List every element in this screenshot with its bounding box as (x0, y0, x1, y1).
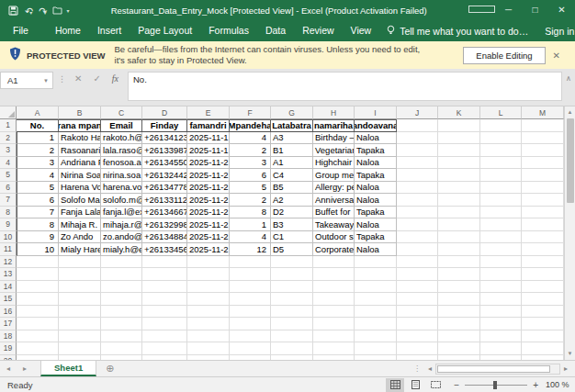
cell-G4[interactable]: A1 (271, 157, 313, 170)
cell-H1[interactable]: namariha (313, 119, 355, 132)
select-all-corner[interactable] (0, 106, 17, 119)
cell-I6[interactable]: Naloa (355, 182, 397, 195)
tell-me-box[interactable]: Tell me what you want to do… (379, 25, 536, 38)
tabbar-splitter[interactable]: ⋮ (410, 361, 424, 376)
zoom-slider[interactable] (465, 380, 527, 390)
cell-G1[interactable]: Latabatra (271, 119, 313, 132)
vertical-scroll-thumb[interactable] (567, 118, 574, 203)
cell-L18[interactable] (480, 330, 522, 343)
cell-J19[interactable] (397, 342, 438, 355)
horizontal-scroll-thumb[interactable] (437, 365, 550, 373)
save-icon[interactable] (8, 6, 18, 16)
cell-F15[interactable] (230, 293, 271, 306)
cell-M15[interactable] (522, 293, 564, 306)
column-header-I[interactable]: I (355, 106, 397, 119)
cell-L3[interactable] (480, 144, 522, 157)
cell-D12[interactable] (142, 256, 187, 269)
maximize-button[interactable]: □ (522, 0, 548, 20)
cell-E3[interactable]: 2025-11-1 (187, 144, 230, 157)
cell-E7[interactable]: 2025-11-2 (187, 194, 230, 207)
cell-D5[interactable]: +26132442 (142, 169, 187, 182)
cell-C13[interactable] (101, 268, 142, 281)
cell-H4[interactable]: Highchair n (313, 157, 355, 170)
sheet-nav-right-icon[interactable]: ▸ (17, 361, 33, 376)
cell-E6[interactable]: 2025-11-2 (187, 182, 230, 195)
cell-B16[interactable] (59, 306, 101, 319)
cell-J2[interactable] (397, 132, 438, 145)
cell-K17[interactable] (438, 318, 480, 330)
cell-H14[interactable] (313, 281, 355, 294)
column-header-B[interactable]: B (59, 106, 101, 119)
row-header-9[interactable]: 9 (0, 218, 17, 231)
cell-J7[interactable] (397, 194, 438, 207)
page-layout-view-icon[interactable] (406, 378, 424, 392)
cell-J4[interactable] (397, 157, 438, 170)
cell-A18[interactable] (17, 330, 59, 343)
row-header-15[interactable]: 15 (0, 293, 17, 306)
cell-H18[interactable] (313, 330, 355, 343)
cell-H9[interactable]: Takeaway (313, 218, 355, 231)
cell-H19[interactable] (313, 342, 355, 355)
cell-H17[interactable] (313, 318, 355, 330)
cell-C19[interactable] (101, 342, 142, 355)
cell-B14[interactable] (59, 281, 101, 294)
cell-D4[interactable]: +26134550 (142, 157, 187, 170)
cell-K18[interactable] (438, 330, 480, 343)
cell-E1[interactable]: famandri (187, 119, 230, 132)
name-box[interactable]: A1 ▼ (0, 72, 53, 89)
tab-view[interactable]: View (343, 20, 380, 41)
cell-H12[interactable] (313, 256, 355, 269)
cell-J13[interactable] (397, 268, 438, 281)
cell-J14[interactable] (397, 281, 438, 294)
cell-G3[interactable]: B1 (271, 144, 313, 157)
cell-E19[interactable] (187, 342, 230, 355)
formula-input[interactable]: No. (128, 72, 562, 101)
cell-K15[interactable] (438, 293, 480, 306)
cell-J1[interactable] (397, 119, 438, 132)
cell-J18[interactable] (397, 330, 438, 343)
cell-E2[interactable]: 2025-11-1 (187, 132, 230, 145)
cell-M9[interactable] (522, 218, 564, 231)
cell-E17[interactable] (187, 318, 230, 330)
cell-M6[interactable] (522, 182, 564, 195)
formula-bar-collapse-icon[interactable]: ∧ (562, 72, 575, 83)
zoom-out-icon[interactable]: − (454, 380, 459, 390)
cell-K3[interactable] (438, 144, 480, 157)
row-header-12[interactable]: 12 (0, 256, 17, 269)
cell-K9[interactable] (438, 218, 480, 231)
cell-I14[interactable] (355, 281, 397, 294)
cell-A14[interactable] (17, 281, 59, 294)
cell-F2[interactable]: 4 (230, 132, 271, 145)
cell-J12[interactable] (397, 256, 438, 269)
cell-J9[interactable] (397, 218, 438, 231)
cell-G7[interactable]: A2 (271, 194, 313, 207)
cell-H7[interactable]: Anniversar (313, 194, 355, 207)
cell-I8[interactable]: Tapaka (355, 207, 397, 219)
cell-D14[interactable] (142, 281, 187, 294)
cell-H6[interactable]: Allergy: pe (313, 182, 355, 195)
cell-G6[interactable]: B5 (271, 182, 313, 195)
cell-M13[interactable] (522, 268, 564, 281)
cell-B9[interactable]: Mihaja R. (59, 218, 101, 231)
cell-E10[interactable]: 2025-11-2 (187, 231, 230, 244)
tab-insert[interactable]: Insert (89, 20, 130, 41)
cell-B4[interactable]: Andriana F (59, 157, 101, 170)
cell-G10[interactable]: C1 (271, 231, 313, 244)
cell-A7[interactable]: 6 (17, 194, 59, 207)
undo-button[interactable]: ↶▾ (25, 2, 32, 18)
column-header-L[interactable]: L (480, 106, 522, 119)
cell-F5[interactable]: 6 (230, 169, 271, 182)
cell-C18[interactable] (101, 330, 142, 343)
cell-C1[interactable]: Email (101, 119, 142, 132)
cell-F13[interactable] (230, 268, 271, 281)
row-header-16[interactable]: 16 (0, 306, 17, 319)
cell-H11[interactable]: Corporate (313, 243, 355, 256)
cell-C7[interactable]: solofo.m@ (101, 194, 142, 207)
cell-I5[interactable]: Tapaka (355, 169, 397, 182)
cell-L6[interactable] (480, 182, 522, 195)
column-header-G[interactable]: G (271, 106, 313, 119)
cell-I18[interactable] (355, 330, 397, 343)
cell-H2[interactable]: Birthday – (313, 132, 355, 145)
cell-D15[interactable] (142, 293, 187, 306)
cell-D19[interactable] (142, 342, 187, 355)
